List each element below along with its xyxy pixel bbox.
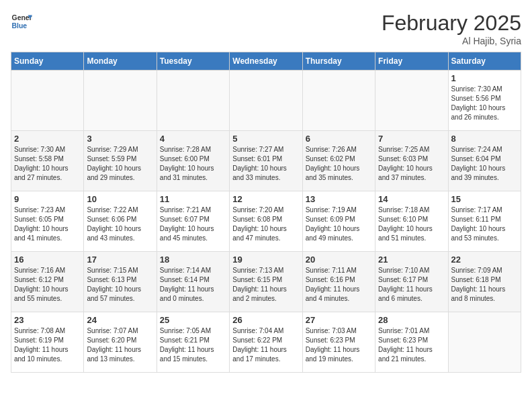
logo: General Blue bbox=[11, 11, 32, 32]
day-info: Sunrise: 7:19 AM Sunset: 6:09 PM Dayligh… bbox=[306, 205, 372, 243]
calendar-title: February 2025 bbox=[382, 11, 521, 36]
calendar-week-row: 16Sunrise: 7:16 AM Sunset: 6:12 PM Dayli… bbox=[11, 252, 521, 312]
calendar-subtitle: Al Hajib, Syria bbox=[382, 36, 521, 46]
table-row: 9Sunrise: 7:23 AM Sunset: 6:05 PM Daylig… bbox=[11, 191, 84, 252]
day-info: Sunrise: 7:29 AM Sunset: 5:59 PM Dayligh… bbox=[87, 145, 153, 183]
day-info: Sunrise: 7:01 AM Sunset: 6:23 PM Dayligh… bbox=[378, 326, 445, 364]
day-info: Sunrise: 7:17 AM Sunset: 6:11 PM Dayligh… bbox=[451, 205, 518, 243]
day-info: Sunrise: 7:30 AM Sunset: 5:58 PM Dayligh… bbox=[14, 145, 81, 183]
day-number: 21 bbox=[378, 255, 445, 265]
calendar-header-row: Sunday Monday Tuesday Wednesday Thursday… bbox=[11, 52, 521, 71]
svg-text:Blue: Blue bbox=[12, 22, 28, 30]
day-info: Sunrise: 7:30 AM Sunset: 5:56 PM Dayligh… bbox=[451, 85, 518, 122]
table-row: 3Sunrise: 7:29 AM Sunset: 5:59 PM Daylig… bbox=[84, 131, 157, 191]
table-row: 23Sunrise: 7:08 AM Sunset: 6:19 PM Dayli… bbox=[11, 312, 84, 373]
day-number: 3 bbox=[87, 134, 153, 144]
day-info: Sunrise: 7:21 AM Sunset: 6:07 PM Dayligh… bbox=[160, 205, 226, 243]
col-tuesday: Tuesday bbox=[157, 52, 229, 71]
day-info: Sunrise: 7:20 AM Sunset: 6:08 PM Dayligh… bbox=[232, 205, 299, 243]
day-info: Sunrise: 7:14 AM Sunset: 6:14 PM Dayligh… bbox=[160, 266, 226, 304]
day-number: 28 bbox=[378, 315, 445, 325]
table-row: 1Sunrise: 7:30 AM Sunset: 5:56 PM Daylig… bbox=[448, 71, 521, 131]
table-row bbox=[11, 71, 84, 131]
title-block: February 2025 Al Hajib, Syria bbox=[382, 11, 521, 46]
day-number: 11 bbox=[160, 194, 226, 204]
day-info: Sunrise: 7:24 AM Sunset: 6:04 PM Dayligh… bbox=[451, 145, 518, 183]
day-info: Sunrise: 7:05 AM Sunset: 6:21 PM Dayligh… bbox=[160, 326, 226, 364]
table-row: 7Sunrise: 7:25 AM Sunset: 6:03 PM Daylig… bbox=[375, 131, 448, 191]
day-number: 20 bbox=[306, 255, 372, 265]
day-number: 23 bbox=[14, 315, 81, 325]
day-info: Sunrise: 7:18 AM Sunset: 6:10 PM Dayligh… bbox=[378, 205, 445, 243]
col-thursday: Thursday bbox=[302, 52, 375, 71]
day-number: 1 bbox=[451, 73, 518, 83]
day-info: Sunrise: 7:28 AM Sunset: 6:00 PM Dayligh… bbox=[160, 145, 226, 183]
table-row bbox=[375, 71, 448, 131]
calendar-week-row: 9Sunrise: 7:23 AM Sunset: 6:05 PM Daylig… bbox=[11, 191, 521, 252]
table-row: 2Sunrise: 7:30 AM Sunset: 5:58 PM Daylig… bbox=[11, 131, 84, 191]
table-row: 22Sunrise: 7:09 AM Sunset: 6:18 PM Dayli… bbox=[448, 252, 521, 312]
table-row: 14Sunrise: 7:18 AM Sunset: 6:10 PM Dayli… bbox=[375, 191, 448, 252]
table-row: 21Sunrise: 7:10 AM Sunset: 6:17 PM Dayli… bbox=[375, 252, 448, 312]
table-row bbox=[448, 312, 521, 373]
table-row: 19Sunrise: 7:13 AM Sunset: 6:15 PM Dayli… bbox=[230, 252, 302, 312]
table-row: 15Sunrise: 7:17 AM Sunset: 6:11 PM Dayli… bbox=[448, 191, 521, 252]
day-number: 27 bbox=[306, 315, 372, 325]
table-row: 13Sunrise: 7:19 AM Sunset: 6:09 PM Dayli… bbox=[302, 191, 375, 252]
day-info: Sunrise: 7:26 AM Sunset: 6:02 PM Dayligh… bbox=[306, 145, 372, 183]
table-row: 28Sunrise: 7:01 AM Sunset: 6:23 PM Dayli… bbox=[375, 312, 448, 373]
table-row: 10Sunrise: 7:22 AM Sunset: 6:06 PM Dayli… bbox=[84, 191, 157, 252]
day-info: Sunrise: 7:03 AM Sunset: 6:23 PM Dayligh… bbox=[306, 326, 372, 364]
table-row bbox=[230, 71, 302, 131]
day-info: Sunrise: 7:25 AM Sunset: 6:03 PM Dayligh… bbox=[378, 145, 445, 183]
calendar-week-row: 23Sunrise: 7:08 AM Sunset: 6:19 PM Dayli… bbox=[11, 312, 521, 373]
table-row: 18Sunrise: 7:14 AM Sunset: 6:14 PM Dayli… bbox=[157, 252, 229, 312]
table-row: 12Sunrise: 7:20 AM Sunset: 6:08 PM Dayli… bbox=[230, 191, 302, 252]
page-header: General Blue February 2025 Al Hajib, Syr… bbox=[11, 11, 521, 46]
day-number: 17 bbox=[87, 255, 153, 265]
col-saturday: Saturday bbox=[448, 52, 521, 71]
table-row bbox=[302, 71, 375, 131]
day-number: 18 bbox=[160, 255, 226, 265]
day-number: 22 bbox=[451, 255, 518, 265]
day-info: Sunrise: 7:16 AM Sunset: 6:12 PM Dayligh… bbox=[14, 266, 81, 304]
day-number: 19 bbox=[232, 255, 299, 265]
day-number: 13 bbox=[306, 194, 372, 204]
table-row: 26Sunrise: 7:04 AM Sunset: 6:22 PM Dayli… bbox=[230, 312, 302, 373]
table-row: 16Sunrise: 7:16 AM Sunset: 6:12 PM Dayli… bbox=[11, 252, 84, 312]
day-number: 8 bbox=[451, 134, 518, 144]
day-number: 15 bbox=[451, 194, 518, 204]
logo-icon: General Blue bbox=[11, 11, 32, 32]
day-number: 12 bbox=[232, 194, 299, 204]
table-row bbox=[84, 71, 157, 131]
day-number: 26 bbox=[232, 315, 299, 325]
table-row: 6Sunrise: 7:26 AM Sunset: 6:02 PM Daylig… bbox=[302, 131, 375, 191]
day-info: Sunrise: 7:23 AM Sunset: 6:05 PM Dayligh… bbox=[14, 205, 81, 243]
day-info: Sunrise: 7:09 AM Sunset: 6:18 PM Dayligh… bbox=[451, 266, 518, 304]
day-info: Sunrise: 7:27 AM Sunset: 6:01 PM Dayligh… bbox=[232, 145, 299, 183]
day-number: 5 bbox=[232, 134, 299, 144]
day-number: 24 bbox=[87, 315, 153, 325]
day-number: 4 bbox=[160, 134, 226, 144]
day-info: Sunrise: 7:22 AM Sunset: 6:06 PM Dayligh… bbox=[87, 205, 153, 243]
table-row bbox=[157, 71, 229, 131]
col-friday: Friday bbox=[375, 52, 448, 71]
col-monday: Monday bbox=[84, 52, 157, 71]
day-number: 2 bbox=[14, 134, 81, 144]
table-row: 25Sunrise: 7:05 AM Sunset: 6:21 PM Dayli… bbox=[157, 312, 229, 373]
day-info: Sunrise: 7:04 AM Sunset: 6:22 PM Dayligh… bbox=[232, 326, 299, 364]
day-number: 16 bbox=[14, 255, 81, 265]
table-row: 11Sunrise: 7:21 AM Sunset: 6:07 PM Dayli… bbox=[157, 191, 229, 252]
table-row: 4Sunrise: 7:28 AM Sunset: 6:00 PM Daylig… bbox=[157, 131, 229, 191]
day-number: 14 bbox=[378, 194, 445, 204]
day-info: Sunrise: 7:15 AM Sunset: 6:13 PM Dayligh… bbox=[87, 266, 153, 304]
day-info: Sunrise: 7:13 AM Sunset: 6:15 PM Dayligh… bbox=[232, 266, 299, 304]
col-wednesday: Wednesday bbox=[230, 52, 302, 71]
table-row: 17Sunrise: 7:15 AM Sunset: 6:13 PM Dayli… bbox=[84, 252, 157, 312]
day-info: Sunrise: 7:07 AM Sunset: 6:20 PM Dayligh… bbox=[87, 326, 153, 364]
table-row: 5Sunrise: 7:27 AM Sunset: 6:01 PM Daylig… bbox=[230, 131, 302, 191]
day-number: 9 bbox=[14, 194, 81, 204]
day-number: 7 bbox=[378, 134, 445, 144]
day-info: Sunrise: 7:11 AM Sunset: 6:16 PM Dayligh… bbox=[306, 266, 372, 304]
calendar-week-row: 1Sunrise: 7:30 AM Sunset: 5:56 PM Daylig… bbox=[11, 71, 521, 131]
